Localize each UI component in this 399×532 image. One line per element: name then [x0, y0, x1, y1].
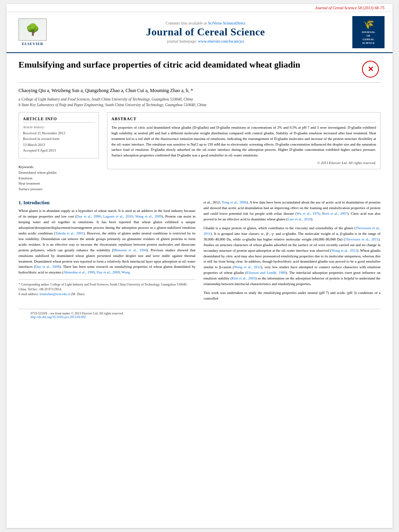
journal-top-bar: Journal of Cereal Science 58 (2013) 68–7…	[6, 4, 393, 12]
journal-homepage: journal homepage: www.elsevier.com/locat…	[59, 39, 352, 43]
abstract-title: ABSTRACT	[111, 117, 376, 123]
right-col: ABSTRACT The properties of citric acid d…	[107, 112, 380, 194]
ref-eliasson1989: Eliasson and Lundh, 1989	[247, 271, 286, 275]
crossmark-icon: ✕	[362, 61, 379, 78]
body-content: 1. Introduction Wheat gluten is in abund…	[19, 200, 380, 305]
ref-day2009b: Day et al., 2009	[97, 270, 119, 274]
affiliation-a: a College of Light Industry and Food Sci…	[19, 97, 380, 102]
ref-berti2007: Berti et al., 2007	[322, 212, 348, 216]
abstract-text: The properties of citric acid deamidated…	[111, 125, 376, 159]
cereal-icon: 🌾	[363, 19, 374, 30]
article-info-title: ARTICLE INFO	[23, 117, 95, 123]
ref-takeda2001: Takeda et al., 2001	[55, 231, 83, 235]
keyword-4: Surface pressure	[19, 187, 99, 192]
paper-container: Journal of Cereal Science 58 (2013) 68–7…	[6, 4, 393, 528]
ref-wong2012b: Wong et al., 2012	[234, 265, 261, 269]
body-right-text1: et al., 2012; Yong et al., 2006). A few …	[204, 200, 380, 222]
affiliation-b: b State Key Laboratory of Pulp and Paper…	[19, 102, 380, 108]
ref-kim2005: Kim et al., 2005	[232, 276, 255, 280]
elsevier-label: ELSEVIER	[22, 42, 43, 46]
body-left-text1: Wheat gluten is in abundant supply as a …	[19, 208, 195, 275]
article-title: Emulsifying and surface properties of ci…	[19, 59, 360, 71]
body-right: et al., 2012; Yong et al., 2006). A few …	[204, 200, 380, 305]
keyword-2: Emulsion	[19, 176, 99, 181]
keywords-section: Keywords: Deamidated wheat gliadin Emuls…	[19, 162, 99, 194]
elsevier-logo: 🌳 ELSEVIER	[14, 18, 51, 46]
ref-thewissen2011a: Thewissen et al., 2011	[204, 226, 380, 236]
homepage-url: www.elsevier.com/locate/jcs	[198, 39, 244, 43]
journal-citation: Journal of Cereal Science 58 (2013) 68–7…	[315, 6, 385, 10]
accepted-date: Accepted 9 April 2013	[23, 148, 95, 153]
ref-wong2012: Wong et al., 2012	[331, 249, 357, 253]
copyright-line: © 2013 Elsevier Ltd. All rights reserved…	[111, 161, 376, 165]
footer-doi-link[interactable]: http://dx.doi.org/10.1016/j.jcs.2013.04.…	[31, 315, 86, 319]
sciverse-anchor[interactable]: SciVerse ScienceDirect	[208, 21, 246, 25]
keywords-title: Keywords:	[19, 165, 99, 169]
content-area: Emulsifying and surface properties of ci…	[6, 53, 393, 327]
article-info-box: ARTICLE INFO Article history: Received 2…	[19, 112, 99, 158]
body-left: 1. Introduction Wheat gluten is in abund…	[19, 200, 195, 305]
received-date: Received 21 November 2012	[23, 131, 95, 136]
elsevier-logo-box: 🌳	[19, 18, 47, 41]
footnote-email-name: (M. Zhao)	[71, 292, 84, 296]
ref-wong-partial: Wong	[121, 270, 130, 274]
elsevier-tree-icon: 🌳	[26, 23, 40, 36]
ref-day2006: Day et al., 2006	[76, 214, 101, 218]
journal-logo-text: JOURNAL OF CEREAL SCIENCE	[362, 31, 375, 45]
keyword-3: Heat treatment	[19, 181, 99, 187]
received-revised-label: Received in revised form	[23, 136, 95, 142]
journal-logo-right: 🌾 JOURNAL OF CEREAL SCIENCE	[352, 16, 385, 48]
sciverse-link: Contents lists available at SciVerse Sci…	[59, 21, 352, 25]
section1-title: 1. Introduction	[19, 200, 195, 206]
crossmark-container: ✕	[360, 59, 380, 79]
ref-day2009: Day et al., 2009	[35, 265, 60, 269]
article-history-label: Article history:	[23, 125, 95, 129]
journal-title-center: Contents lists available at SciVerse Sci…	[59, 21, 352, 43]
body-right-text2: Gliadin is a major protein of gluten, wh…	[204, 226, 380, 287]
footnote-star-text: * Corresponding author. College of Light…	[19, 282, 195, 292]
ref-thewissen2011b: Thewissen et al., 2011	[345, 237, 378, 241]
ref-wu1976: Wu et al., 1976	[296, 212, 320, 216]
ref-yong2006: Yong et al., 2006	[222, 200, 247, 204]
info-abstract-cols: ARTICLE INFO Article history: Received 2…	[19, 112, 380, 194]
footnote-section: * Corresponding author. College of Light…	[19, 279, 195, 297]
footnote-email: femmzhao@scut.edu.cn	[39, 292, 70, 296]
ref-lagrain2010: Lagrain et al., 2010	[103, 214, 133, 218]
journal-header: 🌳 ELSEVIER Contents lists available at S…	[6, 12, 393, 53]
ref-mimouni1994: Mimouni et al., 1994	[113, 248, 147, 252]
ref-wang2009: Wang et al., 2009	[135, 214, 162, 218]
received-revised-date: 13 March 2013	[23, 142, 95, 148]
footer-issn: 0733-5210/$ – see front matter © 2013 El…	[31, 312, 368, 315]
footnote-email-label: E-mail address:	[19, 292, 39, 296]
ref-liao2010: Liao et al., 2010	[288, 217, 311, 221]
left-col: ARTICLE INFO Article history: Received 2…	[19, 112, 99, 194]
keyword-1: Deamidated wheat gliadin	[19, 170, 99, 176]
abstract-section: ABSTRACT The properties of citric acid d…	[107, 112, 380, 170]
authors-line: Chaoying Qiu a, Weizheng Sun a, Qiangzho…	[19, 87, 380, 94]
journal-name: Journal of Cereal Science	[59, 26, 352, 38]
body-right-text3: This work was undertaken to study the em…	[204, 290, 380, 302]
footer-bar: 0733-5210/$ – see front matter © 2013 El…	[19, 309, 380, 321]
authors-text: Chaoying Qiu a, Weizheng Sun a, Qiangzho…	[19, 88, 193, 93]
affiliations: a College of Light Industry and Food Sci…	[19, 97, 380, 108]
article-title-section: Emulsifying and surface properties of ci…	[19, 59, 380, 83]
footer-doi: http://dx.doi.org/10.1016/j.jcs.2013.04.…	[31, 315, 368, 319]
ref-ahmedna1999: Ahmedna et al., 1999	[64, 270, 95, 274]
footnote-email-line: E-mail address: femmzhao@scut.edu.cn (M.…	[19, 292, 195, 297]
